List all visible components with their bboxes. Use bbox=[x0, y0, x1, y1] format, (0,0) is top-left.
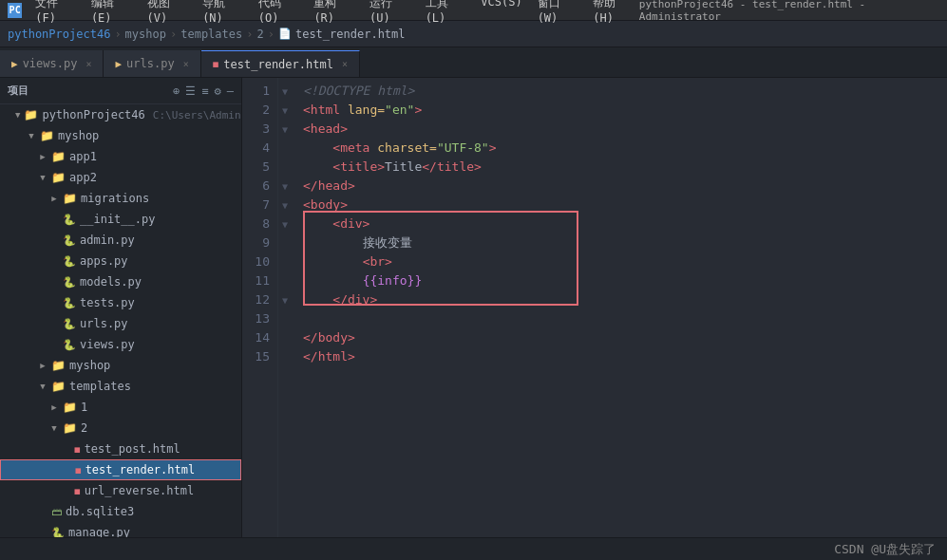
tree-item-label: templates bbox=[69, 380, 131, 393]
code-line-15[interactable]: </html> bbox=[303, 347, 947, 366]
code-line-10[interactable]: <br> bbox=[303, 252, 947, 271]
fold-marker[interactable]: ▼ bbox=[278, 290, 292, 309]
code-line-6[interactable]: </head> bbox=[303, 177, 947, 196]
tree-item-app2[interactable]: ▼ 📁 app2 bbox=[0, 167, 241, 188]
breadcrumb-item[interactable]: pythonProject46 bbox=[8, 28, 110, 41]
expand-arrow-icon bbox=[49, 298, 59, 308]
code-line-14[interactable]: </body> bbox=[303, 328, 947, 347]
tree-item-url-reverse-html[interactable]: ◼ url_reverse.html bbox=[0, 480, 241, 501]
fold-marker bbox=[278, 252, 292, 271]
breadcrumb-item[interactable]: templates bbox=[180, 28, 242, 41]
menu-item[interactable]: 窗口(W) bbox=[532, 0, 584, 25]
tree-item-test-render-html[interactable]: ◼ test_render.html bbox=[0, 459, 241, 480]
sidebar-title: 项目 bbox=[8, 84, 28, 98]
menu-item[interactable]: 视图(V) bbox=[142, 0, 194, 25]
code-line-13[interactable] bbox=[303, 309, 947, 328]
code-line-7[interactable]: <body> bbox=[303, 196, 947, 215]
tree-item-app1[interactable]: ▶ 📁 app1 bbox=[0, 146, 241, 167]
sidebar-action-button[interactable]: ☰ bbox=[185, 84, 196, 98]
tree-item-urls-py[interactable]: 🐍 urls.py bbox=[0, 313, 241, 334]
fold-marker[interactable]: ▼ bbox=[278, 196, 292, 215]
menu-item[interactable]: 帮助(H) bbox=[587, 0, 639, 25]
tree-item-folder-2[interactable]: ▼ 📁 2 bbox=[0, 418, 241, 439]
tab-urls-py[interactable]: ▶ urls.py × bbox=[104, 50, 200, 77]
fold-marker[interactable]: ▼ bbox=[278, 82, 292, 101]
menu-item[interactable]: VCS(S) bbox=[475, 0, 527, 25]
close-icon[interactable]: × bbox=[183, 59, 189, 69]
fold-marker[interactable]: ▼ bbox=[278, 120, 292, 139]
tree-item-init-py[interactable]: 🐍 __init__.py bbox=[0, 209, 241, 230]
code-line-12[interactable]: </div> bbox=[303, 290, 947, 309]
tree-item-label: test_post.html bbox=[85, 442, 180, 456]
tree-item-manage-py[interactable]: 🐍 manage.py bbox=[0, 522, 241, 537]
tree-item-views-py[interactable]: 🐍 views.py bbox=[0, 334, 241, 355]
menu-item[interactable]: 运行(U) bbox=[364, 0, 416, 25]
expand-arrow-icon: ▶ bbox=[49, 402, 59, 412]
fold-marker[interactable]: ▼ bbox=[278, 177, 292, 196]
menu-item[interactable]: 导航(N) bbox=[197, 0, 249, 25]
code-token: Title bbox=[385, 158, 422, 177]
code-line-2[interactable]: <html lang="en"> bbox=[303, 101, 947, 120]
tree-item-tests-py[interactable]: 🐍 tests.py bbox=[0, 292, 241, 313]
code-line-11[interactable]: {{info}} bbox=[303, 271, 947, 290]
menu-item[interactable]: 重构(R) bbox=[308, 0, 360, 25]
tree-item-admin-py[interactable]: 🐍 admin.py bbox=[0, 230, 241, 251]
close-icon[interactable]: × bbox=[342, 59, 348, 69]
tree-item-apps-py[interactable]: 🐍 apps.py bbox=[0, 251, 241, 271]
code-token: "UTF-8" bbox=[437, 139, 489, 158]
tree-item-myshop-inner[interactable]: ▶ 📁 myshop bbox=[0, 355, 241, 376]
sidebar-action-button[interactable]: ⊕ bbox=[173, 84, 180, 98]
python-file-icon: 🐍 bbox=[63, 297, 76, 309]
tab-views-py[interactable]: ▶ views.py × bbox=[0, 50, 104, 77]
tree-item-folder-1[interactable]: ▶ 📁 1 bbox=[0, 397, 241, 418]
tree-item-test-post-html[interactable]: ◼ test_post.html bbox=[0, 439, 241, 459]
tree-item-myshop[interactable]: ▼ 📁 myshop bbox=[0, 125, 241, 146]
close-icon[interactable]: × bbox=[85, 59, 91, 69]
line-number: 11 bbox=[242, 271, 270, 290]
sidebar-collapse-icon[interactable]: — bbox=[227, 84, 234, 98]
line-number: 3 bbox=[242, 120, 270, 139]
tree-item-label: app1 bbox=[69, 150, 97, 163]
python-file-icon: 🐍 bbox=[51, 527, 65, 538]
tree-item-migrations[interactable]: ▶ 📁 migrations bbox=[0, 188, 241, 209]
code-line-5[interactable]: <title>Title</title> bbox=[303, 158, 947, 177]
menu-item[interactable]: 工具(L) bbox=[420, 0, 472, 25]
tab-test-render-html[interactable]: ◼ test_render.html × bbox=[201, 50, 360, 77]
breadcrumb-item[interactable]: myshop bbox=[125, 28, 166, 41]
code-line-1[interactable]: <!DOCTYPE html> bbox=[303, 82, 947, 101]
code-line-3[interactable]: <head> bbox=[303, 120, 947, 139]
menu-item[interactable]: 代码(O) bbox=[253, 0, 305, 25]
code-token: <div> bbox=[332, 215, 369, 233]
db-file-icon: 🗃 bbox=[51, 506, 62, 518]
tree-item-project-root[interactable]: ▼ 📁 pythonProject46 C:\Users\Adminis bbox=[0, 104, 241, 125]
expand-arrow-icon: ▼ bbox=[49, 423, 59, 433]
python-file-icon: 🐍 bbox=[63, 255, 76, 268]
code-area[interactable]: <!DOCTYPE html> <html lang="en"> <head> … bbox=[292, 78, 947, 537]
code-token: </div> bbox=[332, 290, 377, 309]
fold-marker[interactable]: ▼ bbox=[278, 215, 292, 233]
menu-item[interactable]: 文件(F) bbox=[29, 0, 82, 25]
python-file-icon: 🐍 bbox=[63, 234, 76, 247]
breadcrumb-item[interactable]: 2 bbox=[256, 28, 263, 41]
menu-item[interactable]: 编辑(E) bbox=[85, 0, 138, 25]
fold-marker[interactable]: ▼ bbox=[278, 101, 292, 120]
tree-item-db-sqlite3[interactable]: 🗃 db.sqlite3 bbox=[0, 501, 241, 522]
tree-item-label: 2 bbox=[81, 421, 87, 435]
menu-bar[interactable]: 文件(F)编辑(E)视图(V)导航(N)代码(O)重构(R)运行(U)工具(L)… bbox=[29, 0, 639, 25]
expand-arrow-icon bbox=[38, 507, 47, 516]
expand-arrow-icon: ▶ bbox=[49, 194, 59, 203]
html-file-icon: ◼ bbox=[74, 485, 81, 497]
title-bar-title: pythonProject46 - test_render.html - Adm… bbox=[639, 0, 939, 23]
tree-item-models-py[interactable]: 🐍 models.py bbox=[0, 271, 241, 292]
tree-item-path: C:\Users\Adminis bbox=[153, 109, 242, 121]
code-token: "en" bbox=[385, 101, 414, 120]
code-line-9[interactable]: 接收变量 bbox=[303, 233, 947, 252]
fold-marker bbox=[278, 271, 292, 290]
code-line-4[interactable]: <meta charset="UTF-8"> bbox=[303, 139, 947, 158]
sidebar-action-button[interactable]: ≡ bbox=[201, 84, 208, 98]
sidebar-settings-icon[interactable]: ⚙ bbox=[215, 84, 221, 98]
breadcrumb-sep: › bbox=[246, 28, 253, 41]
tree-item-templates[interactable]: ▼ 📁 templates bbox=[0, 376, 241, 397]
line-number: 7 bbox=[242, 196, 270, 215]
code-line-8[interactable]: <div> bbox=[303, 215, 947, 233]
